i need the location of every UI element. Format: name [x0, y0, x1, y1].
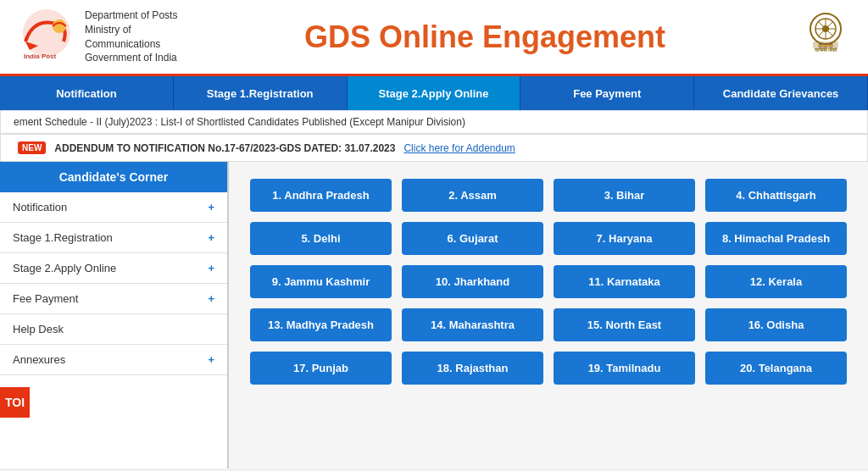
state-button-16[interactable]: 16. Odisha	[705, 308, 847, 341]
state-button-13[interactable]: 13. Madhya Pradesh	[250, 308, 392, 341]
sidebar-label-fee: Fee Payment	[13, 292, 78, 305]
state-button-20[interactable]: 20. Telangana	[705, 352, 847, 385]
sidebar-label-stage2: Stage 2.Apply Online	[13, 262, 116, 274]
state-button-19[interactable]: 19. Tamilnadu	[554, 352, 695, 385]
states-content-area: 1. Andhra Pradesh2. Assam3. Bihar4. Chha…	[229, 162, 868, 468]
dept-line2: Ministry of Communications	[85, 23, 186, 52]
state-button-14[interactable]: 14. Maharashtra	[402, 308, 543, 341]
ashoka-emblem-icon: सत्यमेव जयते 🦁🦁🦁	[800, 8, 851, 67]
state-button-12[interactable]: 12. Kerala	[705, 265, 847, 298]
states-grid: 1. Andhra Pradesh2. Assam3. Bihar4. Chha…	[250, 179, 847, 385]
state-button-11[interactable]: 11. Karnataka	[554, 265, 695, 298]
state-button-1[interactable]: 1. Andhra Pradesh	[250, 179, 392, 212]
sidebar-label-helpdesk: Help Desk	[13, 323, 64, 335]
main-layout: TOI Candidate's Corner Notification + St…	[0, 162, 868, 468]
state-button-10[interactable]: 10. Jharkhand	[402, 265, 543, 298]
logo-left-section: India Post Department of Posts Ministry …	[17, 8, 186, 66]
sidebar-item-stage1[interactable]: Stage 1.Registration +	[0, 223, 227, 253]
candidates-corner-sidebar: Candidate's Corner Notification + Stage …	[0, 162, 229, 468]
state-button-3[interactable]: 3. Bihar	[554, 179, 695, 212]
state-button-15[interactable]: 15. North East	[554, 308, 695, 341]
state-button-2[interactable]: 2. Assam	[402, 179, 543, 212]
nav-fee-payment[interactable]: Fee Payment	[520, 76, 694, 110]
sidebar-item-stage2[interactable]: Stage 2.Apply Online +	[0, 253, 227, 284]
header-title-section: GDS Online Engagement	[186, 19, 783, 55]
state-button-6[interactable]: 6. Gujarat	[402, 222, 543, 255]
nav-notification[interactable]: Notification	[0, 76, 174, 110]
notification-text: ADDENDUM TO NOTIFICATION No.17-67/2023-G…	[54, 142, 395, 154]
sidebar-item-annexures[interactable]: Annexures +	[0, 345, 227, 375]
main-navbar: Notification Stage 1.Registration Stage …	[0, 76, 868, 110]
nav-candidate-grievances[interactable]: Candidate Grievances	[694, 76, 868, 110]
addendum-link[interactable]: Click here for Addendum	[403, 142, 515, 154]
state-button-7[interactable]: 7. Haryana	[554, 222, 695, 255]
svg-text:India Post: India Post	[24, 53, 57, 60]
state-button-4[interactable]: 4. Chhattisgarh	[705, 179, 847, 212]
state-button-8[interactable]: 8. Himachal Pradesh	[705, 222, 847, 255]
svg-text:🦁🦁🦁: 🦁🦁🦁	[818, 43, 834, 49]
toi-badge: TOI	[0, 387, 30, 418]
state-button-9[interactable]: 9. Jammu Kashmir	[250, 265, 392, 298]
page-title: GDS Online Engagement	[186, 19, 783, 55]
page-header: India Post Department of Posts Ministry …	[0, 0, 868, 76]
sidebar-plus-stage2: +	[208, 262, 214, 274]
sidebar-plus-notification: +	[208, 201, 214, 213]
sidebar-header: Candidate's Corner	[0, 162, 227, 192]
ticker-text: ement Schedule - II (July)2023 : List-I …	[14, 116, 465, 128]
sidebar-plus-fee: +	[208, 292, 214, 305]
ticker-bar: ement Schedule - II (July)2023 : List-I …	[0, 110, 868, 134]
india-post-logo: India Post	[17, 8, 76, 66]
sidebar-label-notification: Notification	[13, 201, 67, 213]
new-badge: NEW	[18, 141, 46, 154]
sidebar-item-notification[interactable]: Notification +	[0, 192, 227, 223]
sidebar-plus-stage1: +	[208, 231, 214, 244]
nav-stage2-apply[interactable]: Stage 2.Apply Online	[348, 76, 521, 110]
sidebar-plus-annexures: +	[208, 353, 214, 366]
dept-line3: Government of India	[85, 51, 186, 65]
state-button-17[interactable]: 17. Punjab	[250, 352, 392, 385]
sidebar-item-fee-payment[interactable]: Fee Payment +	[0, 284, 227, 314]
nav-stage1-registration[interactable]: Stage 1.Registration	[174, 76, 348, 110]
dept-line1: Department of Posts	[85, 8, 186, 23]
logo-right-section: सत्यमेव जयते 🦁🦁🦁	[783, 8, 851, 67]
sidebar-item-helpdesk[interactable]: Help Desk	[0, 314, 227, 345]
state-button-18[interactable]: 18. Rajasthan	[402, 352, 543, 385]
state-button-5[interactable]: 5. Delhi	[250, 222, 392, 255]
svg-point-1	[53, 19, 66, 33]
dept-info: Department of Posts Ministry of Communic…	[85, 8, 186, 65]
sidebar-label-annexures: Annexures	[13, 353, 65, 366]
notification-bar: NEW ADDENDUM TO NOTIFICATION No.17-67/20…	[0, 134, 868, 162]
sidebar-label-stage1: Stage 1.Registration	[13, 231, 113, 244]
